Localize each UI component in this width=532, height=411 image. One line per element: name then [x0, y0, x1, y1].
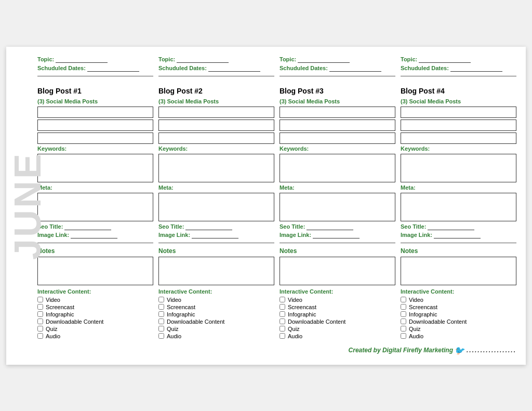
seo-title-label-2: Seo Title:: [158, 223, 274, 230]
image-link-value-3: [313, 232, 360, 238]
notes-box-3[interactable]: [280, 257, 395, 285]
keywords-box-1[interactable]: [37, 154, 153, 182]
meta-label-2: Meta:: [158, 184, 274, 191]
checkbox-quiz-input-4[interactable]: [401, 326, 406, 332]
social-media-input-1a[interactable]: [37, 107, 153, 118]
checkbox-quiz-2[interactable]: Quiz: [158, 326, 274, 332]
social-media-input-2c[interactable]: [158, 132, 274, 144]
social-media-input-4a[interactable]: [401, 107, 516, 118]
checkbox-infographic-3[interactable]: Infographic: [280, 311, 395, 317]
interactive-label-1: Interactive Content:: [37, 288, 153, 295]
checkbox-video-2[interactable]: Video: [158, 297, 274, 303]
notes-box-4[interactable]: [401, 257, 516, 285]
footer: Created by Digital Firefly Marketing 🐦 .…: [37, 346, 516, 355]
checkbox-audio-2[interactable]: Audio: [158, 333, 274, 339]
keywords-label-2: Keywords:: [158, 145, 274, 152]
checkbox-quiz-input-2[interactable]: [158, 326, 164, 332]
checkbox-video-1[interactable]: Video: [37, 297, 153, 303]
social-media-input-1c[interactable]: [37, 132, 153, 144]
social-media-input-2a[interactable]: [158, 107, 274, 118]
meta-box-2[interactable]: [158, 193, 274, 221]
seo-title-label-1: Seo Title:: [37, 223, 153, 230]
meta-label-1: Meta:: [37, 184, 153, 191]
checkbox-video-input-2[interactable]: [158, 297, 164, 302]
checkbox-video-input-4[interactable]: [401, 297, 406, 302]
checkbox-screencast-input-3[interactable]: [280, 304, 285, 310]
keywords-box-2[interactable]: [158, 154, 274, 182]
dates-label-3: Schuduled Dates:: [280, 65, 395, 72]
keywords-label-3: Keywords:: [280, 145, 395, 152]
social-media-input-1b[interactable]: [37, 120, 153, 131]
social-media-input-3c[interactable]: [280, 132, 395, 144]
checkbox-quiz-3[interactable]: Quiz: [280, 326, 395, 332]
social-media-label-4: (3) Social Media Posts: [401, 98, 516, 104]
meta-box-4[interactable]: [401, 193, 516, 221]
checkbox-audio-1[interactable]: Audio: [37, 333, 153, 339]
checkbox-video-3[interactable]: Video: [280, 297, 395, 303]
topic-label-4: Topic:: [401, 56, 516, 63]
checkbox-screencast-4[interactable]: Screencast: [401, 304, 516, 310]
checkbox-screencast-1[interactable]: Screencast: [37, 304, 153, 310]
checkbox-quiz-1[interactable]: Quiz: [37, 326, 153, 332]
topic-value-2: [177, 56, 229, 63]
keywords-box-3[interactable]: [280, 154, 395, 182]
checkbox-downloadable-2[interactable]: Downloadable Content: [158, 319, 274, 325]
keywords-label-1: Keywords:: [37, 145, 153, 152]
checkbox-audio-input-1[interactable]: [37, 333, 43, 339]
checkbox-downloadable-input-4[interactable]: [401, 319, 406, 324]
dates-label-1: Schuduled Dates:: [37, 65, 153, 72]
checkbox-video-input-1[interactable]: [37, 297, 43, 302]
checkbox-quiz-input-1[interactable]: [37, 326, 43, 332]
checkbox-screencast-input-2[interactable]: [158, 304, 164, 310]
checkbox-video-4[interactable]: Video: [401, 297, 516, 303]
social-media-input-3a[interactable]: [280, 107, 395, 118]
checkbox-infographic-input-1[interactable]: [37, 311, 43, 317]
checkbox-audio-input-4[interactable]: [401, 333, 406, 339]
social-media-label-1: (3) Social Media Posts: [37, 98, 153, 104]
checkbox-audio-input-3[interactable]: [280, 333, 285, 339]
checkbox-quiz-input-3[interactable]: [280, 326, 285, 332]
topic-value-4: [419, 56, 471, 63]
keywords-box-4[interactable]: [401, 154, 516, 182]
seo-title-value-2: [185, 223, 232, 230]
checkbox-audio-3[interactable]: Audio: [280, 333, 395, 339]
checkbox-downloadable-4[interactable]: Downloadable Content: [401, 319, 516, 325]
notes-label-2: Notes: [158, 247, 274, 255]
checkbox-audio-4[interactable]: Audio: [401, 333, 516, 339]
meta-box-3[interactable]: [280, 193, 395, 221]
checkbox-screencast-3[interactable]: Screencast: [280, 304, 395, 310]
topic-label-3: Topic:: [280, 56, 395, 63]
checkbox-video-input-3[interactable]: [280, 297, 285, 302]
checkbox-infographic-2[interactable]: Infographic: [158, 311, 274, 317]
checkbox-downloadable-3[interactable]: Downloadable Content: [280, 319, 395, 325]
blog-title-4: Blog Post #4: [401, 87, 516, 95]
checkbox-infographic-input-2[interactable]: [158, 311, 164, 317]
checkbox-infographic-1[interactable]: Infographic: [37, 311, 153, 317]
checkbox-screencast-input-1[interactable]: [37, 304, 43, 310]
checkbox-audio-input-2[interactable]: [158, 333, 164, 339]
top-col-3: Topic: Schuduled Dates:: [280, 56, 395, 81]
checkbox-downloadable-input-3[interactable]: [280, 319, 285, 324]
notes-box-2[interactable]: [158, 257, 274, 285]
blog-post-3: Blog Post #3 (3) Social Media Posts Keyw…: [280, 87, 395, 340]
checkbox-screencast-2[interactable]: Screencast: [158, 304, 274, 310]
checkbox-infographic-input-4[interactable]: [401, 311, 406, 317]
meta-box-1[interactable]: [37, 193, 153, 221]
blog-title-3: Blog Post #3: [280, 87, 395, 95]
checkbox-downloadable-input-1[interactable]: [37, 319, 43, 324]
social-media-input-4b[interactable]: [401, 120, 516, 131]
notes-box-1[interactable]: [37, 257, 153, 285]
checkbox-quiz-4[interactable]: Quiz: [401, 326, 516, 332]
notes-label-3: Notes: [280, 247, 395, 255]
checkbox-downloadable-input-2[interactable]: [158, 319, 164, 324]
social-media-input-3b[interactable]: [280, 120, 395, 131]
topic-label-2: Topic:: [158, 56, 274, 63]
blog-post-2: Blog Post #2 (3) Social Media Posts Keyw…: [158, 87, 274, 340]
social-media-input-2b[interactable]: [158, 120, 274, 131]
topic-value-1: [56, 56, 108, 63]
checkbox-infographic-input-3[interactable]: [280, 311, 285, 317]
checkbox-downloadable-1[interactable]: Downloadable Content: [37, 319, 153, 325]
checkbox-screencast-input-4[interactable]: [401, 304, 406, 310]
checkbox-infographic-4[interactable]: Infographic: [401, 311, 516, 317]
social-media-input-4c[interactable]: [401, 132, 516, 144]
